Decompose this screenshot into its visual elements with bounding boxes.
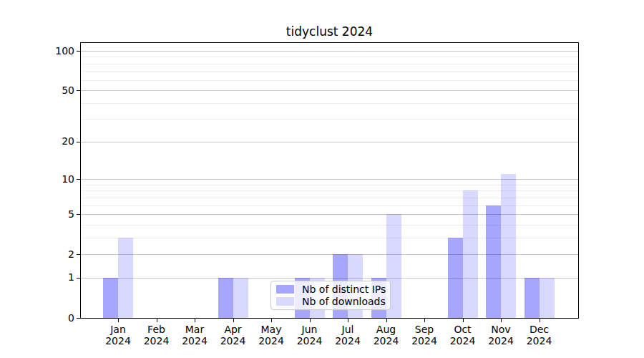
- y-tick-1: [77, 278, 80, 279]
- legend-swatch-downloads: [276, 297, 294, 306]
- x-tick-mar: [195, 319, 195, 322]
- x-tick-nov: [501, 319, 502, 322]
- x-tick-dec: [540, 319, 540, 322]
- y-tick-label-50: 50: [36, 85, 74, 96]
- x-tick-oct: [463, 319, 464, 322]
- y-tick-label-2: 2: [36, 249, 74, 260]
- legend-item-distinct-ips: Nb of distinct IPs: [276, 284, 390, 294]
- y-tick-50: [77, 90, 80, 91]
- y-tick-label-10: 10: [36, 174, 74, 185]
- legend-swatch-distinct-ips: [276, 285, 294, 294]
- x-tick-may: [271, 319, 272, 322]
- legend-item-downloads: Nb of downloads: [276, 296, 390, 306]
- y-tick-20: [77, 142, 80, 142]
- legend-label-downloads: Nb of downloads: [302, 296, 386, 306]
- y-tick-100: [77, 51, 80, 52]
- figure: tidyclust 2024 Jan2024Feb2024Mar2024Apr2…: [0, 0, 644, 358]
- x-tick-jun: [310, 319, 311, 322]
- y-tick-5: [77, 214, 80, 215]
- x-tick-label-month: Dec: [517, 324, 562, 335]
- x-tick-label-year: 2024: [517, 335, 562, 347]
- y-tick-label-5: 5: [36, 209, 74, 220]
- y-tick-10: [77, 179, 80, 180]
- chart-title: tidyclust 2024: [80, 24, 579, 39]
- y-tick-label-20: 20: [36, 136, 74, 147]
- y-tick-label-0: 0: [36, 313, 74, 324]
- plot-area: [80, 42, 579, 319]
- x-tick-aug: [386, 319, 387, 322]
- x-tick-label-dec: Dec2024: [517, 324, 562, 347]
- x-tick-jul: [348, 319, 348, 322]
- x-tick-sep: [424, 319, 425, 322]
- y-tick-label-100: 100: [36, 46, 74, 57]
- y-tick-0: [77, 318, 80, 319]
- y-tick-2: [77, 254, 80, 255]
- legend: Nb of distinct IPs Nb of downloads: [270, 281, 391, 310]
- x-tick-jan: [118, 319, 119, 322]
- x-tick-apr: [233, 319, 234, 322]
- y-tick-label-1: 1: [36, 272, 74, 283]
- legend-label-distinct-ips: Nb of distinct IPs: [302, 284, 386, 294]
- x-tick-feb: [157, 319, 157, 322]
